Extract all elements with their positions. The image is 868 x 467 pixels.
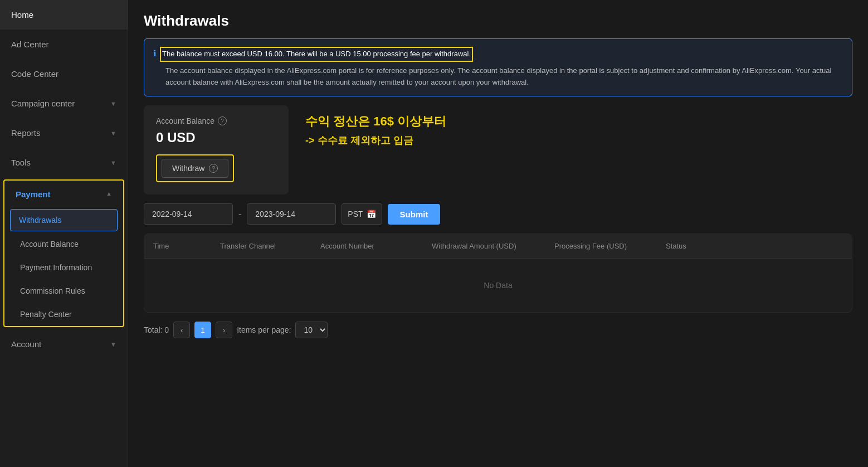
pagination-row: Total: 0 ‹ 1 › Items per page: 10 20 50 <box>144 322 852 338</box>
items-per-page-select[interactable]: 10 20 50 <box>295 322 328 338</box>
sidebar-sub-item-penalty-center[interactable]: Penalty Center <box>4 303 123 326</box>
sidebar-item-payment[interactable]: Payment ▼ <box>4 181 123 208</box>
end-date-input[interactable] <box>247 203 336 225</box>
sidebar-item-campaign-center[interactable]: Campaign center ▼ <box>0 89 128 118</box>
balance-info-icon[interactable]: ? <box>218 116 227 125</box>
sidebar-sub-item-withdrawals[interactable]: Withdrawals <box>10 209 118 231</box>
withdrawals-label: Withdrawals <box>19 216 61 225</box>
page-1-button[interactable]: 1 <box>194 322 211 338</box>
no-data-message: No Data <box>144 259 852 312</box>
timezone-label: PST <box>348 210 363 218</box>
chevron-down-icon: ▼ <box>110 341 116 348</box>
col-time: Time <box>144 234 211 258</box>
col-processing-fee: Processing Fee (USD) <box>545 234 657 258</box>
sidebar-item-code-center[interactable]: Code Center <box>0 59 128 89</box>
notice-body-text: The account balance displayed in the Ali… <box>153 65 843 89</box>
sidebar-campaign-label: Campaign center <box>11 99 75 108</box>
annotation-text: 수익 정산은 16$ 이상부터 -> 수수료 제외하고 입금 <box>305 105 446 149</box>
next-page-button[interactable]: › <box>216 322 232 338</box>
col-account-number: Account Number <box>311 234 423 258</box>
sidebar: Home Ad Center Code Center Campaign cent… <box>0 0 128 467</box>
withdraw-info-icon[interactable]: ? <box>209 164 218 173</box>
sidebar-sub-item-payment-info[interactable]: Payment Information <box>4 256 123 279</box>
table-header: Time Transfer Channel Account Number Wit… <box>144 234 852 259</box>
balance-card: Account Balance ? 0 USD Withdraw ? <box>144 105 289 194</box>
sidebar-account-label: Account <box>11 339 41 349</box>
calendar-icon[interactable]: 📅 <box>367 210 376 218</box>
date-separator: - <box>238 209 241 219</box>
account-balance-label: Account Balance <box>20 240 79 249</box>
notice-highlight-text: The balance must exceed USD 16.00. There… <box>160 47 473 62</box>
penalty-center-label: Penalty Center <box>20 310 72 319</box>
chevron-down-icon: ▼ <box>110 130 116 137</box>
withdraw-button[interactable]: Withdraw ? <box>162 159 228 178</box>
sidebar-code-center-label: Code Center <box>11 69 58 79</box>
notice-box: ℹ The balance must exceed USD 16.00. The… <box>144 38 852 96</box>
sidebar-sub-item-account-balance[interactable]: Account Balance <box>4 232 123 256</box>
sidebar-sub-item-commission-rules[interactable]: Commission Rules <box>4 279 123 303</box>
col-withdrawal-amount: Withdrawal Amount (USD) <box>423 234 545 258</box>
prev-page-button[interactable]: ‹ <box>173 322 190 338</box>
page-title: Withdrawals <box>128 0 868 38</box>
current-page-label: 1 <box>201 326 205 334</box>
sidebar-item-reports[interactable]: Reports ▼ <box>0 118 128 148</box>
payment-label: Payment <box>16 189 51 199</box>
withdraw-btn-label: Withdraw <box>172 164 204 173</box>
balance-value: 0 USD <box>156 130 276 145</box>
withdraw-area: Withdraw ? <box>156 154 234 182</box>
annotation-line2: -> 수수료 제외하고 입금 <box>305 132 446 149</box>
sidebar-home-label: Home <box>11 10 33 20</box>
total-label: Total: 0 <box>144 325 169 334</box>
chevron-down-icon: ▼ <box>110 100 116 107</box>
items-per-page-label: Items per page: <box>237 325 291 334</box>
sidebar-tools-label: Tools <box>11 158 31 167</box>
sidebar-item-account[interactable]: Account ▼ <box>0 329 128 359</box>
payment-section: Payment ▼ Withdrawals Account Balance Pa… <box>3 179 124 327</box>
col-transfer-channel: Transfer Channel <box>211 234 311 258</box>
col-status: Status <box>657 234 724 258</box>
annotation-line1: 수익 정산은 16$ 이상부터 <box>305 111 446 132</box>
chevron-down-icon: ▼ <box>110 159 116 166</box>
timezone-badge: PST 📅 <box>342 203 382 225</box>
start-date-input[interactable] <box>144 203 233 225</box>
balance-label: Account Balance ? <box>156 116 276 125</box>
commission-rules-label: Commission Rules <box>20 286 85 295</box>
info-circle-icon: ℹ <box>153 47 157 60</box>
sidebar-item-ad-center[interactable]: Ad Center <box>0 30 128 59</box>
sidebar-item-tools[interactable]: Tools ▼ <box>0 148 128 177</box>
submit-button[interactable]: Submit <box>388 204 441 225</box>
main-content: Withdrawals ℹ The balance must exceed US… <box>128 0 868 467</box>
chevron-up-icon: ▼ <box>106 191 112 198</box>
withdrawals-table: Time Transfer Channel Account Number Wit… <box>144 234 852 313</box>
payment-info-label: Payment Information <box>20 263 92 272</box>
submit-label: Submit <box>400 210 428 219</box>
filter-row: - PST 📅 Submit <box>144 203 852 225</box>
sidebar-reports-label: Reports <box>11 128 41 138</box>
sidebar-item-home[interactable]: Home <box>0 0 128 30</box>
sidebar-ad-center-label: Ad Center <box>11 40 49 49</box>
